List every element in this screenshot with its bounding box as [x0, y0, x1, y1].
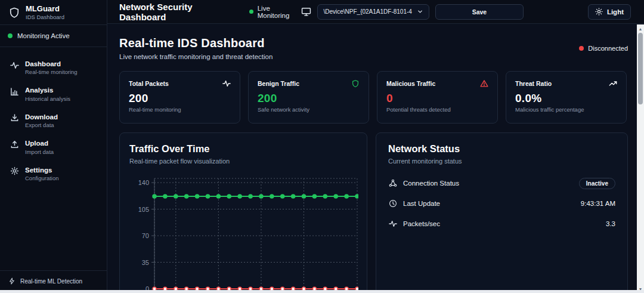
- status-row-last-update: Last Update 9:43:31 AM: [388, 196, 615, 211]
- network-icon: [388, 179, 397, 188]
- activity-icon: [388, 220, 397, 229]
- connection-indicator: Disconnected: [579, 45, 628, 52]
- nav-sublabel: Export data: [25, 122, 58, 128]
- monitoring-status: Monitoring Active: [0, 25, 107, 47]
- scroll-up-arrow-icon[interactable]: ▲: [637, 25, 644, 32]
- nav-sublabel: Real-time monitoring: [25, 69, 78, 75]
- network-status-card: Network Status Current monitoring status…: [376, 132, 628, 293]
- header-title: Network Security Dashboard: [119, 2, 236, 22]
- traffic-over-time-card: Traffic Over Time Real-time packet flow …: [119, 132, 367, 293]
- trending-up-icon: [609, 79, 617, 88]
- inactive-badge: Inactive: [579, 178, 615, 189]
- bar-chart-icon: [10, 87, 19, 96]
- stat-label: Malicious Traffic: [386, 80, 435, 87]
- stat-sublabel: Malicious traffic percentage: [515, 106, 617, 113]
- stat-card-malicious-traffic: Malicious Traffic 0 Potential threats de…: [377, 71, 498, 124]
- page-title: Real-time IDS Dashboard: [119, 36, 273, 50]
- stat-card-benign-traffic: Benign Traffic 200 Safe network activity: [248, 71, 369, 124]
- stat-label: Total Packets: [129, 80, 169, 87]
- nav-label: Settings: [25, 166, 59, 174]
- nav-label: Upload: [25, 139, 54, 147]
- sidebar-item-upload[interactable]: Upload Import data: [0, 134, 107, 160]
- app-logo: MLGuard IDS Dashboard: [0, 0, 107, 25]
- device-interface-value: \Device\NPF_{02A1A1DF-8101-4: [323, 8, 411, 15]
- status-row-label: Packets/sec: [403, 220, 440, 227]
- sidebar: MLGuard IDS Dashboard Monitoring Active …: [0, 0, 107, 293]
- zap-icon: [8, 277, 16, 285]
- traffic-card-title: Traffic Over Time: [129, 143, 357, 155]
- stat-card-total-packets: Total Packets 200 Real-time monitoring: [119, 71, 240, 124]
- stat-value: 0.0%: [515, 92, 617, 105]
- status-row-label: Last Update: [403, 200, 440, 207]
- stat-card-threat-ratio: Threat Ratio 0.0% Malicious traffic perc…: [506, 71, 627, 124]
- top-header: Network Security Dashboard Live Monitori…: [107, 0, 644, 24]
- sidebar-item-settings[interactable]: Settings Configuration: [0, 161, 107, 187]
- disconnected-dot-icon: [579, 46, 584, 51]
- live-monitoring-indicator: Live Monitoring: [249, 5, 302, 19]
- app-subtitle: IDS Dashboard: [26, 14, 64, 20]
- stat-label: Threat Ratio: [515, 80, 552, 87]
- nav-label: Dashboard: [25, 60, 78, 68]
- app-window: MLGuard IDS Dashboard Monitoring Active …: [0, 0, 644, 293]
- svg-text:140: 140: [138, 179, 149, 186]
- sun-icon: [595, 8, 603, 16]
- app-name: MLGuard: [26, 4, 64, 14]
- nav-label: Download: [25, 113, 58, 121]
- svg-text:105: 105: [138, 206, 149, 213]
- monitor-icon: [301, 7, 311, 17]
- horizontal-scrollbar[interactable]: [0, 290, 644, 293]
- monitoring-status-label: Monitoring Active: [17, 32, 70, 39]
- alert-triangle-icon: [480, 79, 488, 88]
- stat-sublabel: Real-time monitoring: [129, 106, 231, 113]
- traffic-chart: 035701051409:43:21 AM9:43:24 AM9:43:26 A…: [129, 173, 357, 293]
- theme-toggle-button[interactable]: Light: [588, 4, 631, 20]
- sidebar-item-dashboard[interactable]: Dashboard Real-time monitoring: [0, 54, 107, 81]
- status-row-value: 3.3: [606, 220, 615, 227]
- sidebar-item-download[interactable]: Download Export data: [0, 107, 107, 134]
- status-row-packets-per-sec: Packets/sec 3.3: [388, 216, 615, 232]
- nav-label: Analysis: [25, 86, 70, 94]
- vertical-scrollbar-thumb[interactable]: [638, 33, 643, 104]
- shield-icon: [351, 79, 360, 88]
- nav-sublabel: Configuration: [25, 175, 59, 181]
- shield-logo-icon: [8, 7, 20, 18]
- svg-text:70: 70: [142, 232, 149, 239]
- stat-sublabel: Potential threats detected: [386, 106, 488, 113]
- sidebar-footer: Real-time ML Detection: [0, 270, 107, 288]
- status-row-label: Connection Status: [403, 180, 459, 187]
- download-icon: [10, 113, 19, 123]
- theme-toggle-label: Light: [607, 8, 624, 16]
- sidebar-footer-label: Real-time ML Detection: [20, 278, 82, 285]
- vertical-scrollbar[interactable]: ▲ ▼: [637, 24, 644, 293]
- live-dot-icon: [249, 10, 253, 14]
- svg-text:35: 35: [142, 259, 149, 266]
- activity-icon: [222, 79, 231, 88]
- stat-cards-row: Total Packets 200 Real-time monitoring B…: [107, 60, 637, 124]
- live-monitoring-label: Live Monitoring: [258, 5, 302, 19]
- stat-value: 200: [258, 92, 360, 105]
- status-card-subtitle: Current monitoring status: [388, 158, 615, 165]
- save-button[interactable]: Save: [435, 4, 524, 20]
- stat-sublabel: Safe network activity: [258, 106, 360, 113]
- upload-icon: [10, 140, 19, 149]
- sidebar-nav: Dashboard Real-time monitoring Analysis …: [0, 47, 107, 187]
- nav-sublabel: Import data: [25, 149, 54, 155]
- nav-sublabel: Historical analysis: [25, 95, 70, 102]
- traffic-card-subtitle: Real-time packet flow visualization: [129, 158, 357, 165]
- stat-label: Benign Traffic: [258, 80, 299, 87]
- status-dot-icon: [8, 33, 13, 38]
- stat-value: 0: [386, 92, 488, 105]
- page-subtitle: Live network traffic monitoring and thre…: [119, 53, 273, 60]
- status-row-connection: Connection Status Inactive: [388, 175, 615, 191]
- connection-indicator-label: Disconnected: [588, 45, 628, 52]
- chevron-down-icon: [417, 8, 423, 15]
- activity-icon: [10, 60, 19, 70]
- gear-icon: [10, 166, 19, 176]
- stat-value: 200: [129, 92, 231, 105]
- main-content: Real-time IDS Dashboard Live network tra…: [107, 24, 637, 293]
- sidebar-item-analysis[interactable]: Analysis Historical analysis: [0, 81, 107, 107]
- status-card-title: Network Status: [388, 143, 615, 155]
- status-row-value: 9:43:31 AM: [581, 200, 615, 207]
- device-interface-select[interactable]: \Device\NPF_{02A1A1DF-8101-4: [317, 4, 429, 20]
- clock-icon: [388, 199, 397, 208]
